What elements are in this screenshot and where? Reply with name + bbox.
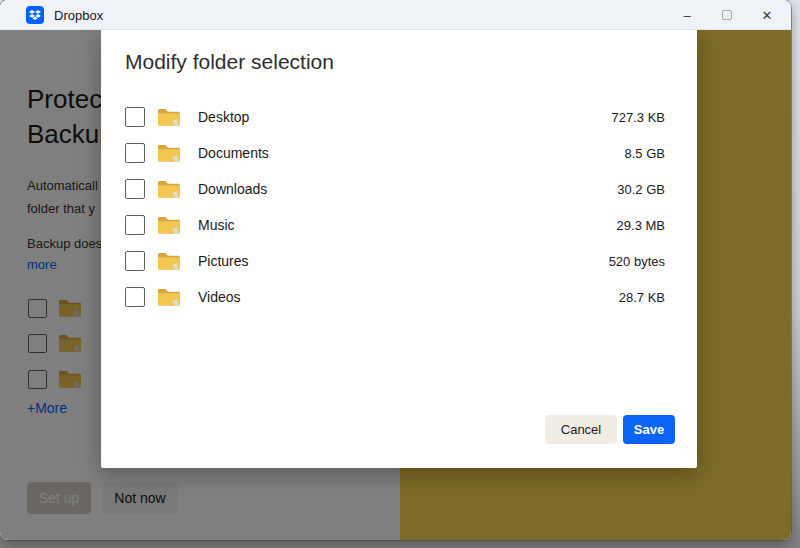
folder-checkbox[interactable]	[125, 179, 145, 199]
folder-size: 8.5 GB	[625, 146, 665, 161]
folder-checkbox[interactable]	[125, 143, 145, 163]
folder-row-documents: Documents 8.5 GB	[125, 135, 665, 171]
folder-checkbox[interactable]	[125, 215, 145, 235]
folder-list: Desktop 727.3 KB Documents 8.5 GB Downlo…	[125, 99, 665, 315]
window-controls: – ✕	[667, 0, 787, 30]
folder-name: Pictures	[198, 253, 609, 269]
window-title: Dropbox	[54, 8, 103, 23]
folder-row-desktop: Desktop 727.3 KB	[125, 99, 665, 135]
folder-size: 520 bytes	[609, 254, 665, 269]
folder-row-videos: Videos 28.7 KB	[125, 279, 665, 315]
folder-name: Desktop	[198, 109, 612, 125]
save-button[interactable]: Save	[623, 415, 675, 444]
folder-icon	[157, 287, 181, 307]
dropbox-logo-icon	[26, 6, 44, 24]
folder-icon	[157, 107, 181, 127]
folder-row-music: Music 29.3 MB	[125, 207, 665, 243]
folder-name: Documents	[198, 145, 625, 161]
close-icon: ✕	[762, 8, 773, 23]
folder-icon	[157, 251, 181, 271]
folder-icon	[157, 143, 181, 163]
dropbox-window: Dropbox – ✕ Protect Backup	[0, 0, 791, 540]
dialog-actions: Cancel Save	[545, 415, 675, 444]
minimize-icon: –	[683, 8, 690, 23]
modify-folder-selection-dialog: Modify folder selection Desktop 727.3 KB…	[101, 30, 697, 468]
folder-size: 28.7 KB	[619, 290, 665, 305]
close-button[interactable]: ✕	[747, 0, 787, 30]
maximize-icon	[722, 10, 732, 20]
folder-icon	[157, 179, 181, 199]
folder-size: 30.2 GB	[617, 182, 665, 197]
folder-checkbox[interactable]	[125, 107, 145, 127]
folder-row-downloads: Downloads 30.2 GB	[125, 171, 665, 207]
maximize-button[interactable]	[707, 0, 747, 30]
desktop-backdrop: Dropbox – ✕ Protect Backup	[0, 0, 800, 548]
folder-checkbox[interactable]	[125, 287, 145, 307]
folder-name: Downloads	[198, 181, 617, 197]
folder-size: 29.3 MB	[617, 218, 665, 233]
folder-row-pictures: Pictures 520 bytes	[125, 243, 665, 279]
folder-name: Music	[198, 217, 617, 233]
minimize-button[interactable]: –	[667, 0, 707, 30]
cancel-button[interactable]: Cancel	[545, 415, 617, 444]
folder-size: 727.3 KB	[612, 110, 666, 125]
dialog-title: Modify folder selection	[125, 50, 334, 74]
folder-checkbox[interactable]	[125, 251, 145, 271]
titlebar: Dropbox – ✕	[0, 0, 791, 30]
folder-icon	[157, 215, 181, 235]
folder-name: Videos	[198, 289, 619, 305]
